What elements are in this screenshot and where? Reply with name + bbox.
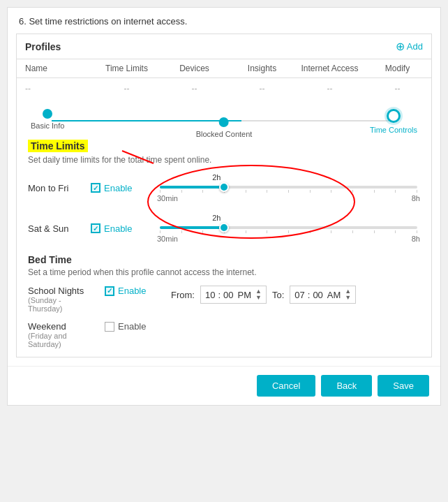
sat-sun-slider-thumb[interactable] [219, 223, 229, 232]
from-spinner[interactable]: ▲ ▼ [255, 288, 262, 301]
school-nights-row: School Nights (Sunday - Thursday) Enable… [28, 286, 420, 313]
bed-time-title: Bed Time [28, 254, 420, 265]
col-name: Name [17, 64, 93, 73]
footer-buttons: Cancel Back Save [8, 366, 440, 405]
dot-basic-info [43, 109, 52, 119]
save-button[interactable]: Save [378, 375, 429, 397]
progress-dots: Basic Info Blocked Content Time Controls [31, 109, 417, 134]
mon-fri-enable-group: Enable [91, 183, 150, 193]
sat-sun-value-label: 2h [212, 214, 221, 222]
school-nights-title: School Nights [28, 286, 98, 296]
school-nights-checkbox[interactable] [105, 286, 114, 296]
to-ampm: AM [327, 290, 341, 300]
mon-fri-label: Mon to Fri [28, 183, 84, 193]
table-header: Name Time Limits Devices Insights Intern… [17, 59, 431, 78]
time-limits-desc: Set daily time limits for the total time… [28, 155, 420, 165]
sat-sun-max-label: 8h [412, 235, 420, 243]
profiles-header: Profiles ⊕ Add [17, 34, 431, 59]
sat-sun-enable-label[interactable]: Enable [104, 223, 132, 234]
step-time-controls: Time Controls [370, 109, 417, 134]
mon-fri-min-label: 30min [157, 194, 178, 202]
to-label: To: [272, 290, 284, 300]
sat-sun-ticks [157, 230, 420, 233]
weekend-checkbox[interactable] [105, 322, 114, 332]
label-basic-info: Basic Info [31, 121, 64, 130]
label-time-controls: Time Controls [370, 126, 417, 134]
sat-sun-row: Sat & Sun Enable 2h [28, 214, 420, 243]
page-wrapper: 6. Set time restrictions on internet acc… [7, 7, 441, 406]
from-time-input[interactable]: 10 : 00 PM ▲ ▼ [200, 286, 267, 304]
from-down-arrow[interactable]: ▼ [255, 295, 262, 301]
mon-fri-slider-thumb[interactable] [219, 182, 229, 192]
from-ampm: PM [238, 290, 252, 300]
col-internet-access: Internet Access [296, 64, 364, 73]
to-down-arrow[interactable]: ▼ [345, 295, 351, 301]
school-nights-enable-group: Enable [105, 286, 164, 296]
step-label: 6. Set time restrictions on internet acc… [8, 16, 440, 34]
sat-sun-slider-track[interactable] [160, 226, 417, 229]
mon-fri-ticks [157, 190, 420, 193]
dot-time-controls [387, 109, 401, 123]
sat-sun-enable-group: Enable [91, 223, 150, 234]
mon-fri-slider-track[interactable] [160, 186, 417, 189]
bed-time-desc: Set a time period when this profile cann… [28, 267, 420, 277]
step-blocked-content: Blocked Content [196, 117, 253, 138]
weekend-label-group: Weekend (Friday and Saturday) [28, 321, 98, 348]
to-hour: 07 [294, 290, 304, 300]
bed-time-section: Bed Time Set a time period when this pro… [28, 254, 420, 348]
weekend-enable-label: Enable [118, 321, 146, 332]
profiles-box: Profiles ⊕ Add Name Time Limits Devices … [16, 34, 432, 357]
sat-sun-slider-container: 2h [157, 214, 420, 243]
step-basic-info: Basic Info [31, 109, 64, 134]
label-blocked-content: Blocked Content [196, 130, 253, 138]
profiles-table: Name Time Limits Devices Insights Intern… [17, 59, 431, 99]
mon-fri-range-labels: 30min 8h [157, 194, 420, 202]
weekend-sub: (Friday and Saturday) [28, 332, 98, 348]
mon-fri-slider-fill [160, 186, 224, 189]
mon-fri-max-label: 8h [412, 194, 420, 202]
content-area: Time Limits Set daily time limits for th… [17, 140, 431, 357]
mon-fri-checkbox[interactable] [91, 183, 100, 193]
sat-sun-checkbox[interactable] [91, 223, 100, 233]
time-limits-title: Time Limits [28, 140, 88, 152]
weekend-row: Weekend (Friday and Saturday) Enable [28, 321, 420, 348]
from-min: 00 [223, 290, 233, 300]
sat-sun-slider-fill [160, 226, 224, 229]
sat-sun-range-labels: 30min 8h [157, 235, 420, 243]
mon-fri-slider-container: 2h [157, 173, 420, 202]
mon-fri-value-label: 2h [212, 173, 221, 182]
col-modify: Modify [364, 64, 431, 73]
sat-sun-label: Sat & Sun [28, 223, 84, 234]
school-nights-label-group: School Nights (Sunday - Thursday) [28, 286, 98, 313]
add-button[interactable]: ⊕ Add [396, 40, 423, 53]
col-insights: Insights [228, 64, 296, 73]
col-time-limits: Time Limits [93, 64, 160, 73]
profiles-title: Profiles [25, 41, 61, 52]
back-button[interactable]: Back [321, 375, 372, 397]
sat-sun-min-label: 30min [157, 235, 178, 243]
weekend-enable-group: Enable [105, 321, 146, 332]
to-time-input[interactable]: 07 : 00 AM ▲ ▼ [290, 286, 356, 304]
table-row-empty: -- -- -- -- -- -- [17, 78, 431, 99]
plus-icon: ⊕ [396, 40, 405, 53]
mon-fri-row: Mon to Fri Enable 2h [28, 173, 420, 202]
school-nights-time-controls: From: 10 : 00 PM ▲ ▼ To: [171, 286, 356, 304]
weekend-title: Weekend [28, 321, 98, 332]
wizard-progress: Basic Info Blocked Content Time Controls [17, 99, 431, 140]
to-spinner[interactable]: ▲ ▼ [345, 288, 351, 301]
from-label: From: [171, 290, 195, 300]
school-nights-sub: (Sunday - Thursday) [28, 296, 98, 313]
from-hour: 10 [205, 290, 215, 300]
col-devices: Devices [160, 64, 228, 73]
dot-blocked-content [219, 117, 229, 127]
to-min: 00 [313, 290, 322, 300]
mon-fri-enable-label[interactable]: Enable [104, 183, 132, 193]
cancel-button[interactable]: Cancel [257, 375, 315, 397]
school-nights-enable-label[interactable]: Enable [118, 286, 146, 296]
